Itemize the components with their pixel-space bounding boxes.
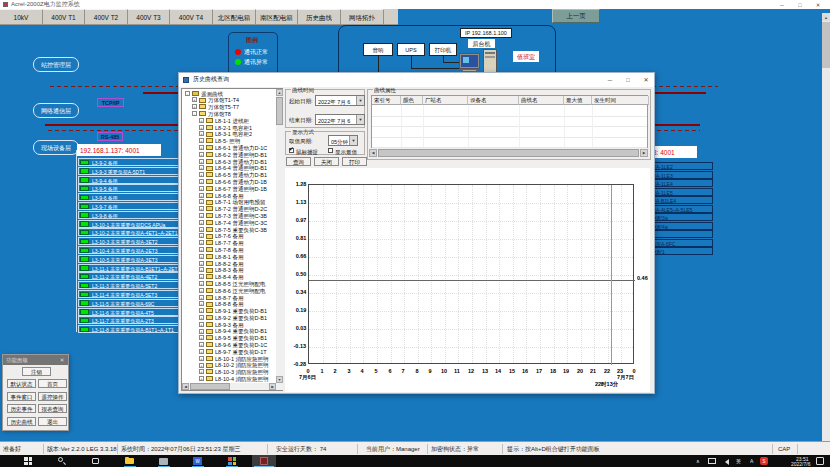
dropdown-arrow-icon[interactable]: ▼ (356, 115, 364, 124)
left-device-row[interactable]: L3-11-6 非常重要负荷A-4T5 (78, 308, 179, 316)
tree-item[interactable]: +L8-7-5 重要负荷C-3B (183, 226, 276, 233)
tab-3[interactable]: 400V T3 (128, 9, 170, 25)
tree-item[interactable]: +L8-6-5 普通动力D-B1 (183, 172, 276, 179)
dropdown-arrow-icon[interactable]: ▼ (349, 136, 357, 145)
close-button[interactable]: 关闭 (314, 157, 339, 166)
curve-tree[interactable]: -遥测曲线+万体馆T1-T4+万体馆T5-T7-万体馆T8+L8-1-1 进线柜… (183, 90, 276, 384)
tree-item[interactable]: +L8-6-3 普通动力D-B1 (183, 158, 276, 165)
left-device-row[interactable]: L3-9-3 重要负荷A-5DT1 (78, 167, 179, 175)
tree-item[interactable]: +L8-8-1 备用 (183, 253, 276, 260)
left-device-row[interactable]: L3-11-5 非常重要负荷A-69C (78, 299, 179, 307)
tree-item[interactable]: +L8-9-6 重要负荷D-1C (183, 341, 276, 348)
mouse-capture-checkbox[interactable]: ✔ (289, 148, 294, 153)
col-6[interactable]: 发生时间 (592, 96, 649, 105)
tree-item[interactable]: +L8-3-1 电容柜2 (183, 131, 276, 138)
left-device-row[interactable]: L3-10-1 非常重要负荷DCS APUa (78, 220, 179, 228)
dropdown-arrow-icon[interactable]: ▼ (356, 96, 364, 105)
tree-item[interactable]: +L8-8-7 备用 (183, 294, 276, 301)
panel-close-icon[interactable]: ✕ (58, 355, 66, 365)
page-scrollbar[interactable]: ▲ (822, 13, 830, 441)
left-device-row[interactable]: L3-11-7 非常重要负荷A-2T3 (78, 316, 179, 324)
tree-item[interactable]: +L8-8-4 备用 (183, 274, 276, 281)
tree-item[interactable]: +L8-5- 照明 (183, 138, 276, 145)
tab-5[interactable]: 北区配电箱 (213, 9, 256, 25)
tree-item[interactable]: +L8-6-6 普通动力D-1B (183, 178, 276, 185)
chat-app-icon[interactable] (156, 455, 172, 467)
panel-button-3[interactable]: 遥控操作 (38, 392, 67, 401)
tree-item[interactable]: +万体馆T1-T4 (183, 97, 276, 104)
tree-item[interactable]: +L8-9-1 重要负荷D-B1 (183, 308, 276, 315)
tree-item[interactable]: +万体馆T5-T7 (183, 104, 276, 111)
ime-icon[interactable]: 英 (736, 458, 741, 464)
scroll-thumb[interactable] (822, 22, 830, 68)
tree-item[interactable]: +L8-7-7 备用 (183, 240, 276, 247)
left-device-row[interactable]: L3-9-4 备用 (78, 176, 179, 184)
left-device-row[interactable]: L3-10-5 非常重要负荷A-3ET3 (78, 255, 179, 263)
col-0[interactable]: 索引号 (372, 96, 401, 105)
panel-button-7[interactable]: 退出 (38, 417, 67, 426)
left-device-row[interactable]: L3-11-1 非常重要负荷A-B1ET1~A-2ET1 (78, 264, 179, 272)
dialog-maximize-button[interactable]: □ (620, 73, 636, 87)
tree-item[interactable]: +L8-7-3 普通照明C-3B (183, 212, 276, 219)
col-4[interactable]: 曲线名 (519, 96, 564, 105)
tree-item[interactable]: +L8-9-2 重要负荷D-B1 (183, 314, 276, 321)
window-minimize-button[interactable]: ─ (774, 0, 790, 9)
left-device-row[interactable]: L3-11-2 非常重要负荷A-4ET2 (78, 272, 179, 280)
notification-icon[interactable] (816, 457, 824, 465)
tree-item[interactable]: +L8-6-8 备用 (183, 192, 276, 199)
tray-clock-date[interactable]: 2022/7/6 (791, 461, 810, 467)
left-device-row[interactable]: L3-9-5 备用 (78, 184, 179, 192)
scroll-up-icon[interactable]: ▲ (822, 13, 830, 21)
left-device-row[interactable]: L3-10-4 非常重要负荷A-2ET3 (78, 246, 179, 254)
tree-item[interactable]: +L8-9-5 重要负荷D-B1 (183, 335, 276, 342)
col-1[interactable]: 颜色 (401, 96, 423, 105)
left-device-row[interactable]: L3-9-8 备用 (78, 211, 179, 219)
chart-plot-area[interactable] (308, 184, 634, 364)
tree-item[interactable]: +L8-7-2 普通照明D-2C (183, 206, 276, 213)
acrel-app-icon[interactable] (252, 455, 276, 467)
panel-button-6[interactable]: 历史曲线 (7, 417, 36, 426)
panel-button-1[interactable]: 首页 (38, 379, 67, 388)
tree-item[interactable]: +L8-9-4 重要负荷D-B1 (183, 328, 276, 335)
left-device-row[interactable]: L3-11-3 非常重要负荷A-5ET2 (78, 281, 179, 289)
curve-props-table[interactable]: 索引号颜色厂站名设备名曲线名最大值发生时间 (371, 95, 648, 148)
panel-button-4[interactable]: 历史事件 (7, 404, 36, 413)
file-explorer-icon[interactable] (122, 455, 138, 467)
tree-item[interactable]: +L8-7-4 普通照明C-3C (183, 219, 276, 226)
tree-item[interactable]: +L8-1-1 进线柜 (183, 117, 276, 124)
tree-item[interactable]: +L8-10-1 消防应急照明 (183, 355, 276, 362)
tab-4[interactable]: 400V T4 (170, 9, 213, 25)
query-button[interactable]: 查询 (286, 157, 311, 166)
tree-item[interactable]: +L8-6-2 普通照明D-B1 (183, 151, 276, 158)
network-icon[interactable] (708, 458, 716, 464)
search-icon[interactable] (54, 455, 70, 467)
left-device-row[interactable]: L3-9-2 备用 (78, 158, 179, 166)
tree-item[interactable]: +L8-9-3 备用 (183, 321, 276, 328)
sogou-icon[interactable]: S (760, 457, 768, 465)
window-close-button[interactable]: ✕ (810, 0, 826, 9)
tree-root[interactable]: -遥测曲线 (183, 90, 276, 97)
dialog-minimize-button[interactable]: ─ (602, 73, 618, 87)
tab-6[interactable]: 南区配电箱 (256, 9, 298, 25)
speaker-icon[interactable] (722, 459, 729, 465)
print-button[interactable]: 打印 (342, 157, 367, 166)
col-5[interactable]: 最大值 (564, 96, 592, 105)
tree-item[interactable]: +L8-6-4 普通照明D-B1 (183, 165, 276, 172)
left-device-row[interactable]: L3-10-3 非常重要负荷A-3ET2 (78, 237, 179, 245)
col-2[interactable]: 厂站名 (423, 96, 468, 105)
tree-item[interactable]: +L8-7-1 场馆用电预留 (183, 199, 276, 206)
panel-button-5[interactable]: 报表查询 (38, 404, 67, 413)
tree-item[interactable]: -万体馆T8 (183, 110, 276, 117)
left-device-row[interactable]: L3-11-8 非常重要负荷A-B1T1~A-1T1 (78, 325, 179, 333)
logout-button[interactable]: 注销 (22, 367, 51, 376)
tree-item[interactable]: +L8-6-1 普通动力D-1C (183, 144, 276, 151)
tree-hscrollbar[interactable]: ◀ ▶ (182, 383, 276, 390)
show-max-checkbox[interactable] (328, 148, 333, 153)
tree-item[interactable]: +L8-8-8 备用 (183, 301, 276, 308)
tree-item[interactable]: +L8-10-2 消防应急照明 (183, 362, 276, 369)
left-device-row[interactable]: L3-11-4 非常重要负荷A-5ET3 (78, 290, 179, 298)
w-app-icon[interactable]: W (190, 455, 206, 467)
tree-vscrollbar[interactable]: ▲ ▼ (276, 89, 283, 390)
period-combo[interactable]: 05分钟 ▼ (328, 135, 358, 146)
tree-item[interactable]: +L8-2-1 电容柜1 (183, 124, 276, 131)
